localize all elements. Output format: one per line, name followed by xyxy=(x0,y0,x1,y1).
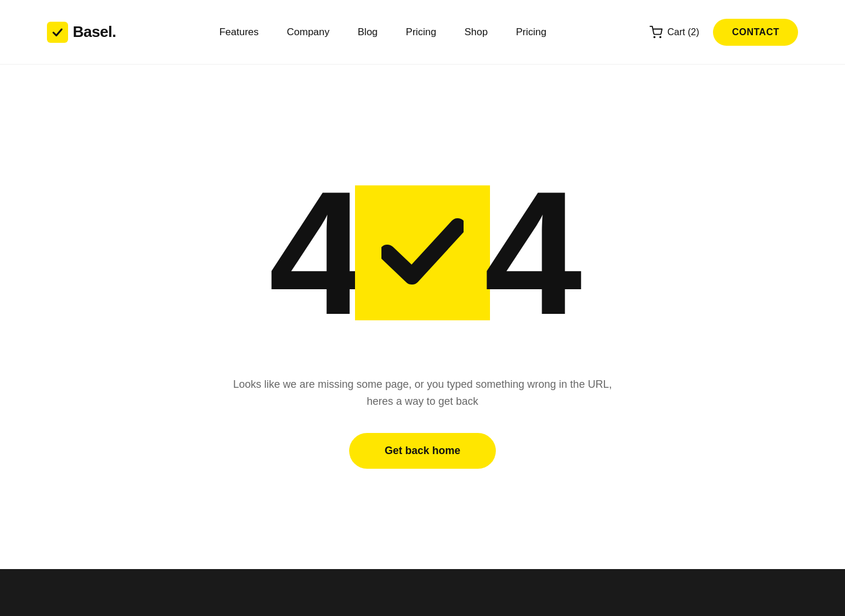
logo-check-icon xyxy=(52,26,63,38)
nav-item-company[interactable]: Company xyxy=(287,26,330,38)
contact-button[interactable]: CONTACT xyxy=(713,19,798,46)
nav-item-shop[interactable]: Shop xyxy=(465,26,488,38)
checkmark-icon xyxy=(381,218,464,288)
checkmark-box xyxy=(355,185,490,320)
site-footer xyxy=(0,569,845,616)
svg-point-1 xyxy=(660,36,661,38)
nav-item-pricing2[interactable]: Pricing xyxy=(516,26,546,38)
main-nav: Features Company Blog Pricing Shop Prici… xyxy=(219,26,547,38)
error-line2: heres a way to get back xyxy=(233,393,611,410)
error-display: 4 4 xyxy=(269,165,576,341)
cart-icon xyxy=(650,26,663,39)
digit-right: 4 xyxy=(484,165,576,341)
cart-button[interactable]: Cart (2) xyxy=(650,26,699,39)
site-header: Basel. Features Company Blog Pricing Sho… xyxy=(0,0,845,65)
logo-text: Basel. xyxy=(73,23,116,41)
cart-label: Cart (2) xyxy=(667,27,699,38)
digit-left: 4 xyxy=(269,165,361,341)
logo[interactable]: Basel. xyxy=(47,22,116,43)
svg-point-0 xyxy=(654,36,655,38)
error-line1: Looks like we are missing some page, or … xyxy=(233,376,611,393)
error-description: Looks like we are missing some page, or … xyxy=(233,376,611,410)
nav-item-blog[interactable]: Blog xyxy=(358,26,378,38)
get-home-button[interactable]: Get back home xyxy=(349,433,495,469)
main-content: 4 4 Looks like we are missing some page,… xyxy=(0,65,845,569)
nav-item-pricing1[interactable]: Pricing xyxy=(406,26,437,38)
nav-item-features[interactable]: Features xyxy=(219,26,259,38)
logo-icon xyxy=(47,22,68,43)
header-right: Cart (2) CONTACT xyxy=(650,19,798,46)
